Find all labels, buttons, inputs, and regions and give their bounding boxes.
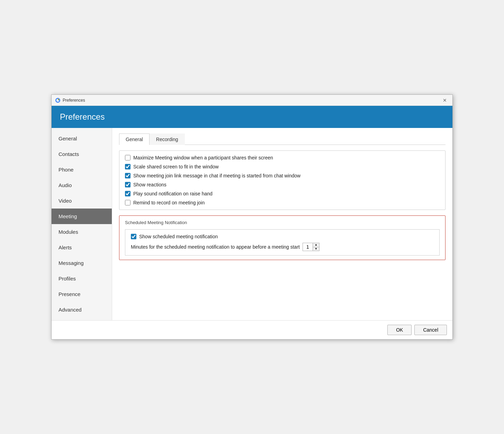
checkbox-reactions-row: Show reactions xyxy=(125,182,440,187)
app-logo-icon xyxy=(55,98,61,103)
title-bar: Preferences ✕ xyxy=(52,95,452,106)
content-area: General Contacts Phone Audio Video Meeti… xyxy=(52,128,452,320)
sidebar-item-meeting[interactable]: Meeting xyxy=(52,209,112,224)
sidebar-item-messaging[interactable]: Messaging xyxy=(52,255,112,271)
sidebar-item-advanced[interactable]: Advanced xyxy=(52,302,112,317)
checkbox-show-notification[interactable] xyxy=(131,234,136,239)
checkbox-maximize[interactable] xyxy=(125,155,130,160)
close-button[interactable]: ✕ xyxy=(441,97,449,104)
sidebar-item-presence[interactable]: Presence xyxy=(52,286,112,302)
checkbox-playsound-label: Play sound notification on raise hand xyxy=(133,191,213,196)
footer: OK Cancel xyxy=(52,320,452,339)
title-bar-left: Preferences xyxy=(55,98,85,103)
minutes-spinner: ▲ ▼ xyxy=(303,243,320,251)
checkbox-scale[interactable] xyxy=(125,164,130,169)
checkbox-scale-label: Scale shared screen to fit in the window xyxy=(133,164,219,169)
checkbox-playsound[interactable] xyxy=(125,191,130,196)
checkbox-reactions-label: Show reactions xyxy=(133,182,166,187)
preferences-window: Preferences ✕ Preferences General Contac… xyxy=(51,94,453,340)
sidebar-item-contacts[interactable]: Contacts xyxy=(52,146,112,162)
sidebar-item-alerts[interactable]: Alerts xyxy=(52,240,112,255)
checkbox-reactions[interactable] xyxy=(125,182,130,187)
sidebar-item-audio[interactable]: Audio xyxy=(52,177,112,193)
sidebar-item-video[interactable]: Video xyxy=(52,193,112,209)
notification-section: Scheduled Meeting Notification Show sche… xyxy=(119,215,446,260)
notification-section-title: Scheduled Meeting Notification xyxy=(125,220,440,225)
svg-rect-1 xyxy=(58,99,59,100)
cancel-button[interactable]: Cancel xyxy=(414,325,447,335)
sidebar-item-phone[interactable]: Phone xyxy=(52,162,112,177)
header-title: Preferences xyxy=(60,112,105,121)
main-content: General Recording Maximize Meeting windo… xyxy=(112,128,452,320)
header: Preferences xyxy=(52,106,452,128)
svg-rect-2 xyxy=(58,100,59,100)
sidebar-item-modules[interactable]: Modules xyxy=(52,224,112,240)
spinner-buttons: ▲ ▼ xyxy=(313,243,319,251)
spinner-up-button[interactable]: ▲ xyxy=(313,243,319,247)
minutes-input[interactable] xyxy=(303,243,313,251)
checkbox-joinlink-label: Show meeting join link message in chat i… xyxy=(133,173,300,178)
minutes-row: Minutes for the scheduled meeting notifi… xyxy=(131,243,434,251)
minutes-label: Minutes for the scheduled meeting notifi… xyxy=(131,244,300,250)
ok-button[interactable]: OK xyxy=(387,325,412,335)
sidebar-item-profiles[interactable]: Profiles xyxy=(52,271,112,286)
checkbox-scale-row: Scale shared screen to fit in the window xyxy=(125,164,440,169)
checkbox-remind[interactable] xyxy=(125,200,130,205)
checkbox-joinlink-row: Show meeting join link message in chat i… xyxy=(125,173,440,178)
tab-recording[interactable]: Recording xyxy=(150,133,185,145)
checkbox-joinlink[interactable] xyxy=(125,173,130,178)
checkbox-show-notification-label: Show scheduled meeting notification xyxy=(139,234,218,239)
checkbox-maximize-label: Maximize Meeting window when a participa… xyxy=(133,155,273,160)
notification-inner-box: Show scheduled meeting notification Minu… xyxy=(125,229,440,256)
checkbox-remind-row: Remind to record on meeting join xyxy=(125,200,440,205)
checkbox-remind-label: Remind to record on meeting join xyxy=(133,200,205,205)
checkbox-show-notification-row: Show scheduled meeting notification xyxy=(131,234,434,239)
checkbox-playsound-row: Play sound notification on raise hand xyxy=(125,191,440,196)
general-settings-area: Maximize Meeting window when a participa… xyxy=(119,150,446,210)
checkbox-maximize-row: Maximize Meeting window when a participa… xyxy=(125,155,440,160)
tab-general[interactable]: General xyxy=(119,133,150,145)
sidebar-item-general[interactable]: General xyxy=(52,131,112,146)
spinner-down-button[interactable]: ▼ xyxy=(313,247,319,251)
tab-bar: General Recording xyxy=(119,133,446,145)
sidebar: General Contacts Phone Audio Video Meeti… xyxy=(52,128,112,320)
title-bar-text: Preferences xyxy=(63,98,85,103)
